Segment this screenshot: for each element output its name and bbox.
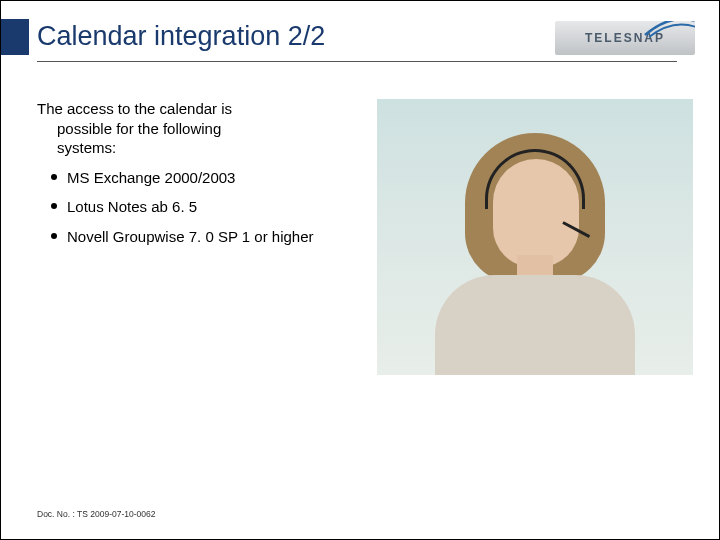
- person-illustration: [405, 125, 665, 375]
- intro-text: The access to the calendar is possible f…: [37, 99, 337, 158]
- intro-line: systems:: [57, 138, 337, 158]
- content-block: The access to the calendar is possible f…: [37, 99, 337, 256]
- list-item: Lotus Notes ab 6. 5: [37, 197, 337, 217]
- intro-line: The access to the calendar is: [37, 100, 232, 117]
- intro-line: possible for the following: [57, 119, 337, 139]
- doc-number: Doc. No. : TS 2009-07-10-0062: [37, 509, 155, 519]
- slide: Calendar integration 2/2 TELESNAP The ac…: [0, 0, 720, 540]
- swoosh-icon: [643, 21, 695, 39]
- hero-photo: [377, 99, 693, 375]
- list-item: Novell Groupwise 7. 0 SP 1 or higher: [37, 227, 337, 247]
- page-title: Calendar integration 2/2: [37, 21, 325, 52]
- brand-logo: TELESNAP: [555, 21, 695, 55]
- bullet-list: MS Exchange 2000/2003 Lotus Notes ab 6. …: [37, 168, 337, 247]
- list-item: MS Exchange 2000/2003: [37, 168, 337, 188]
- torso-shape: [435, 275, 635, 375]
- header-accent-block: [1, 19, 29, 55]
- title-underline: [37, 61, 677, 62]
